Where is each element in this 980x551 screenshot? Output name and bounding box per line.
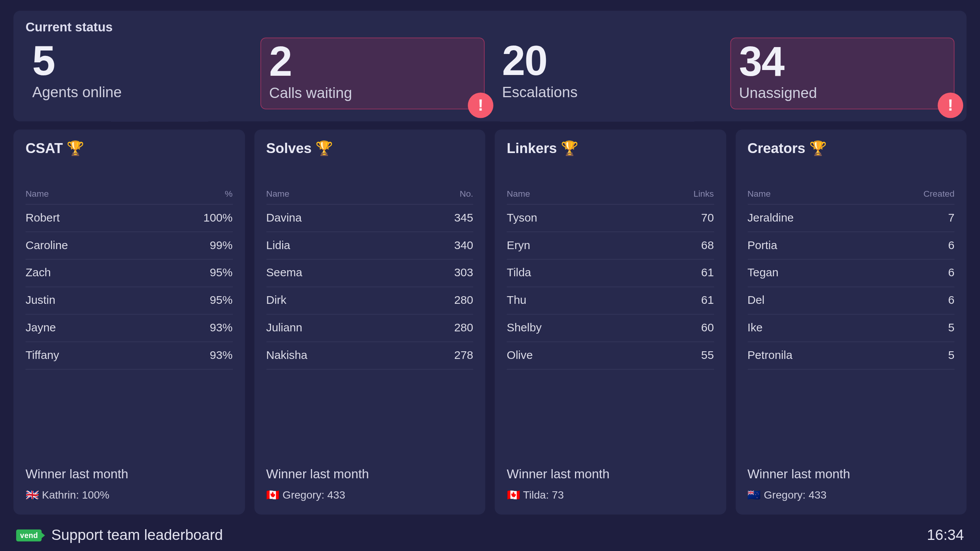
row-name: Tilda (507, 266, 531, 280)
table-row: Del6 (747, 287, 954, 315)
row-value: 68 (701, 239, 714, 252)
row-name: Lidia (266, 239, 290, 252)
status-value: 34 (739, 39, 946, 83)
row-value: 5 (948, 349, 955, 362)
table-row: Nakisha278 (266, 342, 473, 370)
row-name: Eryn (507, 239, 530, 252)
row-value: 100% (203, 211, 232, 225)
column-name: Name (26, 189, 49, 199)
status-label: Escalations (502, 84, 713, 101)
leaderboard-card: CSAT 🏆Name%Robert100%Caroline99%Zach95%J… (13, 130, 245, 515)
row-name: Seema (266, 266, 302, 280)
row-value: 7 (948, 211, 955, 225)
row-name: Shelby (507, 321, 542, 335)
table-header: Name% (26, 189, 233, 205)
status-item-calls-waiting: 2Calls waiting! (260, 37, 485, 109)
row-value: 280 (454, 321, 473, 335)
row-name: Ike (747, 321, 763, 335)
table-row: Ike5 (747, 315, 954, 342)
table-row: Tegan6 (747, 260, 954, 287)
winner-label: Winner last month (266, 467, 473, 482)
table-row: Jeraldine7 (747, 205, 954, 232)
page-title: Support team leaderboard (51, 527, 223, 544)
clock: 16:34 (927, 527, 964, 544)
winner-label: Winner last month (26, 467, 233, 482)
row-name: Tyson (507, 211, 537, 225)
board-title: Linkers 🏆 (507, 140, 714, 156)
brand-badge: vend (16, 530, 42, 542)
table-row: Olive55 (507, 342, 714, 370)
winner-label: Winner last month (747, 467, 954, 482)
row-value: 278 (454, 349, 473, 362)
status-label: Unassigned (739, 85, 946, 102)
row-name: Caroline (26, 239, 68, 252)
winner-value: 🇬🇧 Kathrin: 100% (26, 489, 233, 501)
table-row: Seema303 (266, 260, 473, 287)
row-value: 95% (210, 294, 233, 307)
status-item-unassigned: 34Unassigned! (730, 37, 955, 109)
row-value: 61 (701, 294, 714, 307)
table-row: Shelby60 (507, 315, 714, 342)
row-value: 5 (948, 321, 955, 335)
row-name: Davina (266, 211, 302, 225)
column-name: Name (507, 189, 530, 199)
status-title: Current status (26, 20, 955, 35)
row-value: 340 (454, 239, 473, 252)
row-name: Jeraldine (747, 211, 794, 225)
column-name: Name (266, 189, 289, 199)
row-value: 70 (701, 211, 714, 225)
status-value: 20 (502, 39, 713, 83)
row-name: Nakisha (266, 349, 307, 362)
table-row: Juliann280 (266, 315, 473, 342)
row-value: 93% (210, 349, 233, 362)
winner-value: 🇨🇦 Tilda: 73 (507, 489, 714, 501)
table-row: Petronila5 (747, 342, 954, 370)
board-title: Solves 🏆 (266, 140, 473, 156)
board-title: Creators 🏆 (747, 140, 954, 156)
column-value: Links (694, 189, 714, 199)
row-name: Petronila (747, 349, 792, 362)
row-value: 6 (948, 239, 955, 252)
row-name: Thu (507, 294, 526, 307)
row-name: Tiffany (26, 349, 59, 362)
table-row: Davina345 (266, 205, 473, 232)
status-item-agents-online: 5Agents online (26, 37, 250, 109)
status-item-escalations: 20Escalations (495, 37, 720, 109)
leaderboard-card: Creators 🏆NameCreatedJeraldine7Portia6Te… (735, 130, 967, 515)
row-name: Tegan (747, 266, 778, 280)
leaderboard-card: Solves 🏆NameNo.Davina345Lidia340Seema303… (254, 130, 485, 515)
status-label: Agents online (32, 84, 243, 101)
table-header: NameNo. (266, 189, 473, 205)
row-value: 6 (948, 294, 955, 307)
row-value: 280 (454, 294, 473, 307)
alert-icon: ! (938, 93, 963, 118)
table-row: Lidia340 (266, 232, 473, 260)
table-row: Dirk280 (266, 287, 473, 315)
row-name: Portia (747, 239, 777, 252)
row-name: Robert (26, 211, 60, 225)
table-row: Tiffany93% (26, 342, 233, 370)
row-value: 93% (210, 321, 233, 335)
table-row: Tilda61 (507, 260, 714, 287)
row-value: 345 (454, 211, 473, 225)
table-row: Tyson70 (507, 205, 714, 232)
row-value: 60 (701, 321, 714, 335)
board-title: CSAT 🏆 (26, 140, 233, 156)
row-name: Olive (507, 349, 533, 362)
row-name: Jayne (26, 321, 56, 335)
winner-value: 🇨🇦 Gregory: 433 (266, 489, 473, 501)
table-row: Eryn68 (507, 232, 714, 260)
table-row: Jayne93% (26, 315, 233, 342)
winner-label: Winner last month (507, 467, 714, 482)
row-name: Justin (26, 294, 56, 307)
alert-icon: ! (468, 93, 493, 118)
row-name: Juliann (266, 321, 302, 335)
row-value: 303 (454, 266, 473, 280)
status-panel: Current status 5Agents online2Calls wait… (13, 11, 967, 121)
row-value: 6 (948, 266, 955, 280)
row-value: 99% (210, 239, 233, 252)
row-value: 61 (701, 266, 714, 280)
column-name: Name (747, 189, 771, 199)
row-value: 55 (701, 349, 714, 362)
row-name: Del (747, 294, 764, 307)
